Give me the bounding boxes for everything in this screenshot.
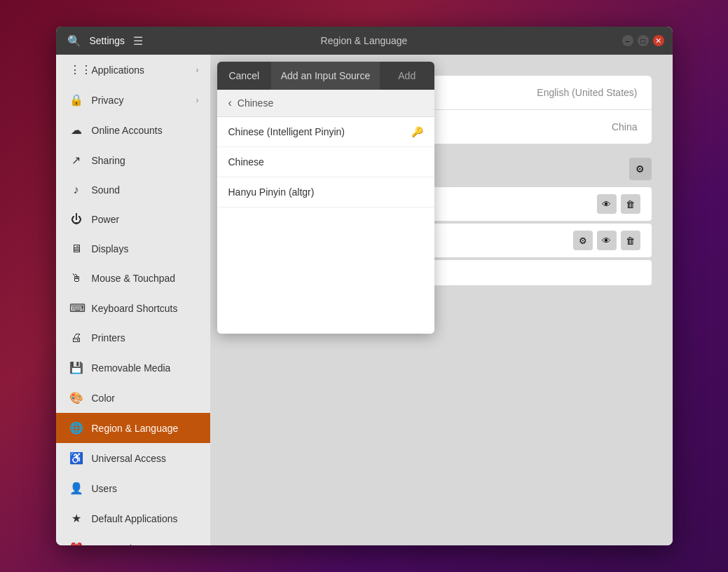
sidebar-label-power: Power [92, 214, 120, 225]
window-controls: – □ ✕ [622, 35, 664, 46]
sidebar-item-users[interactable]: 👤Users [56, 473, 210, 503]
sidebar-label-sharing: Sharing [92, 155, 125, 166]
sidebar-label-mouse-touchpad: Mouse & Touchpad [92, 273, 176, 284]
titlebar: 🔍 Settings ☰ Region & Language – □ ✕ [56, 27, 673, 55]
sidebar-item-mouse-touchpad[interactable]: 🖱Mouse & Touchpad [56, 264, 210, 293]
sidebar-item-color[interactable]: 🎨Color [56, 383, 210, 413]
users-icon: 👤 [69, 482, 83, 495]
sidebar-label-keyboard-shortcuts: Keyboard Shortcuts [92, 303, 178, 314]
sidebar-label-privacy: Privacy [92, 95, 124, 106]
dialog-back-row[interactable]: ‹ Chinese [217, 90, 434, 117]
sidebar-label-color: Color [92, 393, 115, 404]
sidebar-label-printers: Printers [92, 332, 125, 343]
dialog-item-intelligent-pinyin[interactable]: Chinese (Intelligent Pinyin) 🔑 [217, 117, 434, 147]
settings-window-title: Settings [90, 35, 125, 46]
sidebar-label-default-applications: Default Applications [92, 513, 178, 524]
color-icon: 🎨 [69, 391, 83, 404]
search-button[interactable]: 🔍 [64, 32, 84, 50]
minimize-button[interactable]: – [622, 35, 633, 46]
sidebar: ⋮⋮Applications›🔒Privacy›☁Online Accounts… [56, 55, 210, 545]
sidebar-item-region-language[interactable]: 🌐Region & Language [56, 413, 210, 443]
sidebar-label-universal-access: Universal Access [92, 453, 167, 464]
sidebar-label-region-language: Region & Language [92, 423, 179, 434]
dialog-back-label: Chinese [238, 97, 273, 109]
sidebar-label-date-time: Date & Time [92, 543, 146, 546]
dialog-overlay: Cancel Add an Input Source Add ‹ Chinese… [210, 55, 673, 545]
applications-icon: ⋮⋮ [69, 63, 83, 76]
removable-media-icon: 💾 [69, 361, 83, 374]
settings-window: 🔍 Settings ☰ Region & Language – □ ✕ ⋮⋮A… [56, 27, 673, 545]
content-area: ⋮⋮Applications›🔒Privacy›☁Online Accounts… [56, 55, 673, 545]
sidebar-item-universal-access[interactable]: ♿Universal Access [56, 443, 210, 473]
region-language-icon: 🌐 [69, 421, 83, 435]
maximize-button[interactable]: □ [638, 35, 649, 46]
privacy-icon: 🔒 [69, 93, 83, 107]
region-language-title: Region & Language [321, 35, 408, 46]
sidebar-item-power[interactable]: ⏻Power [56, 205, 210, 234]
sidebar-label-applications: Applications [92, 64, 145, 76]
dialog-item-label: Hanyu Pinyin (altgr) [228, 186, 315, 198]
sidebar-item-printers[interactable]: 🖨Printers [56, 323, 210, 353]
displays-icon: 🖥 [69, 243, 83, 255]
sidebar-item-privacy[interactable]: 🔒Privacy› [56, 85, 210, 115]
dialog-item-hanyu-pinyin[interactable]: Hanyu Pinyin (altgr) [217, 177, 434, 207]
default-applications-icon: ★ [69, 512, 83, 525]
sound-icon: ♪ [69, 184, 83, 196]
add-input-source-dialog: Cancel Add an Input Source Add ‹ Chinese… [217, 62, 434, 334]
dialog-empty-space [217, 207, 434, 334]
power-icon: ⏻ [69, 213, 83, 226]
dialog-header: Cancel Add an Input Source Add [217, 62, 434, 90]
dialog-item-label: Chinese [228, 156, 264, 168]
titlebar-left: 🔍 Settings ☰ [64, 32, 146, 50]
sidebar-label-displays: Displays [92, 243, 129, 254]
close-button[interactable]: ✕ [653, 35, 664, 46]
sidebar-item-default-applications[interactable]: ★Default Applications [56, 503, 210, 533]
back-arrow-icon: ‹ [228, 97, 232, 109]
sidebar-label-online-accounts: Online Accounts [92, 125, 163, 136]
printers-icon: 🖨 [69, 332, 83, 344]
universal-access-icon: ♿ [69, 451, 83, 465]
dialog-item-chinese[interactable]: Chinese [217, 147, 434, 177]
sidebar-label-removable-media: Removable Media [92, 362, 171, 374]
sidebar-item-date-time[interactable]: ⏰Date & Time [56, 533, 210, 545]
dialog-add-button[interactable]: Add [380, 62, 434, 90]
sidebar-item-keyboard-shortcuts[interactable]: ⌨Keyboard Shortcuts [56, 293, 210, 323]
chevron-right-icon: › [196, 95, 199, 105]
sidebar-item-displays[interactable]: 🖥Displays [56, 234, 210, 264]
sidebar-item-online-accounts[interactable]: ☁Online Accounts [56, 115, 210, 145]
dialog-title: Add an Input Source [271, 62, 380, 90]
mouse-touchpad-icon: 🖱 [69, 272, 83, 285]
key-icon: 🔑 [411, 126, 423, 137]
sidebar-label-users: Users [92, 483, 118, 494]
main-content: Language English (United States) Formats… [210, 55, 673, 545]
sidebar-item-applications[interactable]: ⋮⋮Applications› [56, 55, 210, 85]
keyboard-shortcuts-icon: ⌨ [69, 301, 83, 315]
online-accounts-icon: ☁ [69, 123, 83, 137]
sidebar-item-removable-media[interactable]: 💾Removable Media [56, 353, 210, 383]
sidebar-label-sound: Sound [92, 184, 120, 196]
sidebar-item-sharing[interactable]: ↗Sharing [56, 145, 210, 175]
chevron-right-icon: › [196, 65, 199, 75]
dialog-item-label: Chinese (Intelligent Pinyin) [228, 126, 345, 137]
sharing-icon: ↗ [69, 154, 83, 167]
sidebar-item-sound[interactable]: ♪Sound [56, 175, 210, 205]
menu-button[interactable]: ☰ [130, 32, 146, 50]
date-time-icon: ⏰ [69, 542, 83, 545]
dialog-cancel-button[interactable]: Cancel [217, 62, 272, 90]
